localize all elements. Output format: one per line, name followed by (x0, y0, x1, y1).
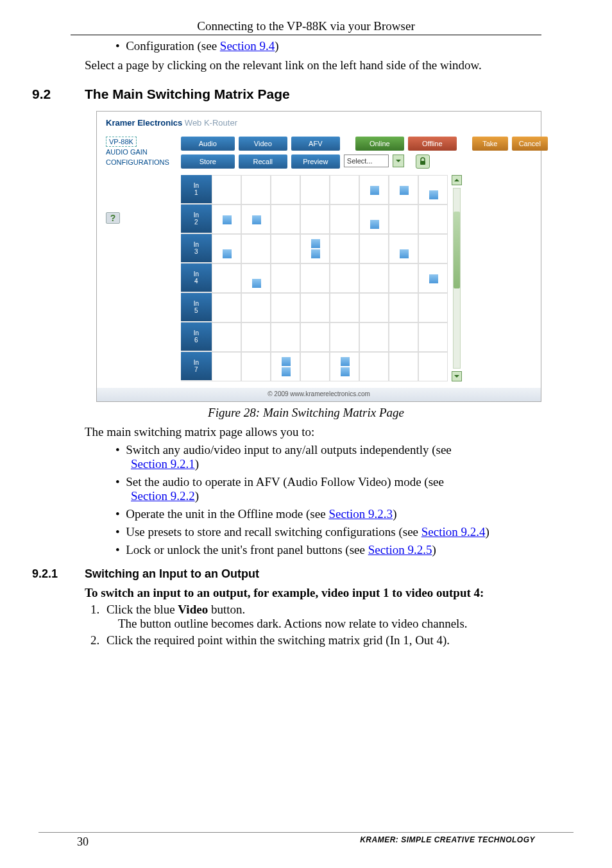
section-number-9-2: 9.2 (32, 87, 85, 102)
link-section-9-4[interactable]: Section 9.4 (220, 39, 275, 53)
link-section-9-2-1[interactable]: Section 9.2.1 (131, 457, 195, 471)
svg-rect-0 (420, 161, 425, 165)
row-head-3: In3 (181, 234, 212, 263)
brand-rest: Web K-Router (182, 118, 237, 128)
scroll-up-icon[interactable] (452, 175, 462, 185)
lock-icon[interactable] (416, 154, 430, 169)
subsection-number-9-2-1: 9.2.1 (32, 567, 85, 581)
scroll-down-icon[interactable] (452, 371, 462, 381)
offline-button[interactable]: Offline (408, 137, 457, 151)
running-head: Connecting to the VP-88K via your Browse… (71, 13, 541, 35)
row-headers: In1 In2 In3 In4 In5 In6 In7 (181, 175, 212, 381)
brand-line: Kramer Electronics Web K-Router (106, 118, 532, 128)
link-section-9-2-4[interactable]: Section 9.2.4 (421, 525, 486, 538)
step-1: Click the blue Video button. (103, 603, 580, 617)
video-button[interactable]: Video (239, 137, 287, 151)
instruction-heading: To switch an input to an output, for exa… (85, 586, 580, 600)
matrix-grid[interactable] (212, 175, 448, 381)
row-head-6: In6 (181, 322, 212, 352)
section-title-9-2: The Main Switching Matrix Page (85, 87, 290, 102)
figure-28-screenshot: Kramer Electronics Web K-Router VP-88K A… (96, 111, 541, 402)
intro-bullet-pre: Configuration (see (126, 39, 220, 53)
row-head-2: In2 (181, 204, 212, 234)
cancel-button[interactable]: Cancel (512, 137, 548, 151)
bullet-2: • Set the audio to operate in AFV (Audio… (115, 475, 580, 503)
bullet-5: • Lock or unlock the unit's front panel … (115, 543, 580, 557)
online-button[interactable]: Online (355, 137, 404, 151)
link-section-9-2-2[interactable]: Section 9.2.2 (131, 489, 195, 503)
after-fig-lead: The main switching matrix page allows yo… (85, 425, 580, 439)
sidebar-item-audio-gain[interactable]: AUDIO GAIN (106, 147, 169, 157)
bullet-1: • Switch any audio/video input to any/al… (115, 443, 580, 471)
step-1-line-2: The button outline becomes dark. Actions… (118, 617, 580, 631)
scrollbar[interactable] (452, 175, 462, 381)
help-icon[interactable]: ? (106, 212, 120, 224)
preset-select[interactable]: Select... (344, 154, 389, 167)
select-line: Select a page by clicking on the relevan… (85, 58, 580, 72)
recall-button[interactable]: Recall (239, 154, 287, 169)
take-button[interactable]: Take (472, 137, 508, 151)
bullet-4: • Use presets to store and recall switch… (115, 525, 580, 539)
intro-bullet: • Configuration (see Section 9.4) (115, 39, 580, 53)
link-section-9-2-5[interactable]: Section 9.2.5 (368, 543, 432, 556)
row-head-7: In7 (181, 352, 212, 381)
sidebar-item-configurations[interactable]: CONFIGURATIONS (106, 157, 169, 167)
figure-caption: Figure 28: Main Switching Matrix Page (32, 406, 580, 420)
afv-button[interactable]: AFV (291, 137, 340, 151)
footer-text: KRAMER: SIMPLE CREATIVE TECHNOLOGY (360, 835, 535, 849)
step-2: Click the required point within the swit… (103, 633, 580, 647)
audio-button[interactable]: Audio (181, 137, 235, 151)
row-head-5: In5 (181, 293, 212, 322)
sidebar: VP-88K AUDIO GAIN CONFIGURATIONS ? (106, 137, 169, 381)
brand-strong: Kramer Electronics (106, 118, 182, 128)
chevron-down-icon[interactable] (393, 154, 404, 167)
scroll-thumb[interactable] (454, 212, 460, 288)
row-head-1: In1 (181, 175, 212, 204)
subsection-title-9-2-1: Switching an Input to an Output (85, 567, 259, 581)
link-section-9-2-3[interactable]: Section 9.2.3 (328, 507, 393, 521)
bullet-3: • Operate the unit in the Offline mode (… (115, 507, 580, 521)
store-button[interactable]: Store (181, 154, 235, 169)
page-number: 30 (77, 835, 89, 849)
intro-bullet-post: ) (275, 39, 278, 53)
screenshot-footer: © 2009 www.kramerelectronics.com (97, 388, 541, 401)
video-bold: Video (178, 603, 208, 616)
sidebar-item-vp88k[interactable]: VP-88K (106, 137, 137, 147)
scroll-track[interactable] (453, 188, 461, 369)
preview-button[interactable]: Preview (291, 154, 340, 169)
row-head-4: In4 (181, 263, 212, 293)
